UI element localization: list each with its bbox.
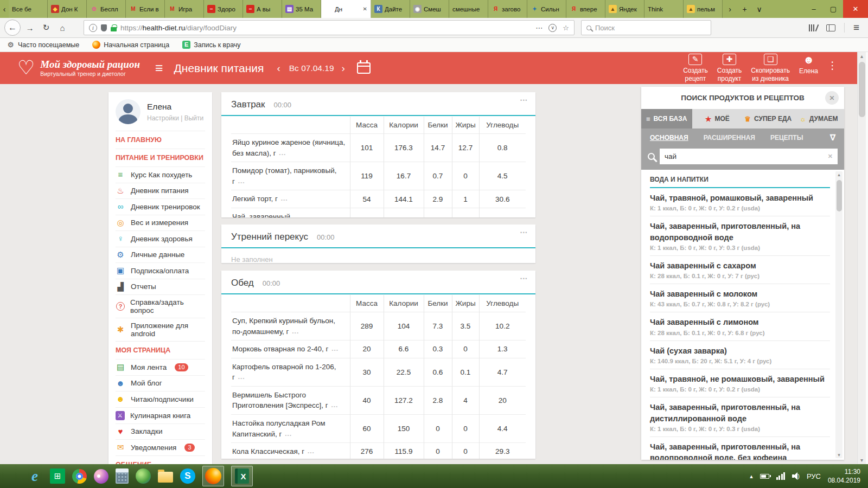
panel-search-input[interactable] xyxy=(665,152,828,160)
meal-time[interactable]: 00:00 xyxy=(274,101,292,109)
panel-subtab[interactable]: РАСШИРЕННАЯ xyxy=(704,134,755,142)
diary-date[interactable]: Вс 07.04.19 xyxy=(289,63,334,73)
tab-close-icon[interactable]: ✕ xyxy=(362,6,367,12)
browser-tab[interactable]: Все бе xyxy=(9,0,48,18)
food-name[interactable]: Кола Классическая, г••• xyxy=(231,443,350,459)
browser-tab[interactable]: –А вы xyxy=(243,0,282,18)
url-text[interactable]: https://health-diet.ru/diary/foodDiary xyxy=(120,24,532,32)
calendar-icon[interactable] xyxy=(357,62,371,74)
food-name[interactable]: Картофель отварной по 1-206, г••• xyxy=(231,358,350,386)
bookmark-item[interactable]: Начальная страница xyxy=(92,41,169,49)
meal-time[interactable]: 00:00 xyxy=(317,233,335,241)
taskbar-paint-icon[interactable] xyxy=(94,469,108,484)
panel-tab[interactable]: ≡ВСЯ БАЗА xyxy=(641,109,692,129)
meal-options-icon[interactable]: ••• xyxy=(520,230,528,235)
browser-tab[interactable]: ◆Дон К xyxy=(48,0,87,18)
food-options-icon[interactable]: ••• xyxy=(331,404,339,409)
browser-tab[interactable]: Язагово xyxy=(488,0,527,18)
site-info-icon[interactable]: i xyxy=(89,24,97,32)
food-options-icon[interactable]: ••• xyxy=(292,330,299,335)
settings-link[interactable]: Настройки xyxy=(147,114,179,122)
prev-day-icon[interactable]: ‹ xyxy=(277,62,280,74)
sidebar-item[interactable]: ✱Приложение для android xyxy=(116,318,205,341)
browser-tab[interactable]: ✿Беспл xyxy=(87,0,126,18)
sidebar-item[interactable]: ≡Курс Как похудеть xyxy=(116,166,205,183)
sidebar-item[interactable]: ♨Дневник питания xyxy=(116,183,205,199)
bookmark-star-icon[interactable]: ☆ xyxy=(563,24,569,32)
clock[interactable]: 11:30 08.04.2019 xyxy=(828,467,860,485)
food-name[interactable]: Настойка полусладкая Ром Капитанский, г•… xyxy=(231,414,350,442)
search-result-item[interactable]: Чай, заваренный, приготовленный, на водо… xyxy=(650,437,830,460)
browser-tab[interactable]: –Здоро xyxy=(204,0,243,18)
browser-tab[interactable]: ◉Смеш xyxy=(410,0,449,18)
panel-subtab[interactable]: ОСНОВНАЯ xyxy=(650,134,688,142)
minimize-button[interactable]: – xyxy=(804,0,824,18)
copy-button[interactable]: ❏Скопироватьиз дневника xyxy=(751,54,790,82)
panel-tab[interactable]: ★МОЁ xyxy=(692,109,743,129)
search-result-item[interactable]: Чай, травяной, не ромашковый, заваренный… xyxy=(650,369,830,397)
sidebar-item[interactable]: ∞Дневник тренировок xyxy=(116,198,205,215)
bookmark-item[interactable]: ЕЗапись к врачу xyxy=(182,41,240,49)
menu-burger-icon[interactable]: ≡ xyxy=(853,22,859,34)
sidebar-item[interactable]: ▣Подписка/оплата xyxy=(116,262,205,279)
meal-time[interactable]: 00:00 xyxy=(263,279,280,287)
food-options-icon[interactable]: ••• xyxy=(238,376,245,381)
search-result-item[interactable]: Чай заваренный с молокомК: 43 ккал, Б: 0… xyxy=(650,284,830,312)
battery-icon[interactable] xyxy=(760,474,769,479)
panel-subtab[interactable]: РЕЦЕПТЫ xyxy=(770,134,803,142)
header-kebab-icon[interactable]: ⋮ xyxy=(827,59,838,72)
panel-close-icon[interactable]: ✕ xyxy=(825,91,839,105)
panel-search-field[interactable]: ✕ xyxy=(660,149,838,164)
food-name[interactable]: Морковь отварная по 2-40, г••• xyxy=(231,341,350,358)
filter-icon[interactable]: ∇ xyxy=(830,133,835,143)
site-menu-burger-icon[interactable]: ≡ xyxy=(155,60,163,76)
scroll-up-icon[interactable]: ▴ xyxy=(835,172,843,177)
food-options-icon[interactable]: ••• xyxy=(285,433,292,438)
taskbar-open-app[interactable] xyxy=(202,466,224,486)
bookmark-item[interactable]: ⚙Часто посещаемые xyxy=(7,41,79,49)
results-scrollbar[interactable]: ▴ ▾ xyxy=(835,171,843,458)
sidebar-item[interactable]: ♀Дневник здоровья xyxy=(116,230,205,247)
recipe-button[interactable]: ✎Создатьрецепт xyxy=(683,54,708,82)
browser-search-input[interactable] xyxy=(595,24,706,32)
user-menu-button[interactable]: ☻Елена xyxy=(799,54,818,75)
clear-search-icon[interactable]: ✕ xyxy=(828,153,833,160)
scroll-down-icon[interactable]: ▾ xyxy=(835,452,843,458)
food-options-icon[interactable]: ••• xyxy=(238,180,245,185)
food-options-icon[interactable]: ••• xyxy=(281,197,288,202)
sidebar-item[interactable]: ◎Вес и измерения xyxy=(116,215,205,231)
food-options-icon[interactable]: ••• xyxy=(308,450,315,455)
taskbar-skype-icon[interactable]: S xyxy=(180,468,195,484)
food-name[interactable]: Помидор (томат), парниковый, г••• xyxy=(231,162,350,190)
sidebar-item[interactable]: ☻Мой блог xyxy=(116,375,205,391)
network-signal-icon[interactable] xyxy=(776,472,786,480)
browser-tab[interactable]: КДайте xyxy=(371,0,410,18)
taskbar-chrome-icon[interactable] xyxy=(72,469,87,484)
tab-list-dropdown-icon[interactable]: ∨ xyxy=(752,0,767,18)
tab-scroll-left-icon[interactable]: ‹ xyxy=(0,0,9,18)
logout-link[interactable]: Выйти xyxy=(184,114,204,122)
back-button[interactable]: ← xyxy=(4,20,21,36)
product-button[interactable]: ✚Создатьпродукт xyxy=(717,54,742,82)
page-scrollbar[interactable]: ▴ ▾ xyxy=(857,52,866,464)
browser-tab[interactable]: смешные xyxy=(449,0,488,18)
url-bar[interactable]: i https://health-diet.ru/diary/foodDiary… xyxy=(84,20,575,35)
food-options-icon[interactable]: ••• xyxy=(279,152,286,157)
library-icon[interactable] xyxy=(809,24,818,31)
browser-tab[interactable]: МИгра xyxy=(165,0,204,18)
site-logo[interactable]: ♡ Мой здоровый рацион Виртуальный тренер… xyxy=(17,59,140,77)
taskbar-open-app[interactable]: X xyxy=(231,466,253,486)
language-indicator[interactable]: РУС xyxy=(807,472,821,480)
browser-tab[interactable]: ▤35 Ма xyxy=(282,0,321,18)
search-result-item[interactable]: Чай заваренный с сахаромК: 28 ккал, Б: 0… xyxy=(650,256,830,284)
browser-tab[interactable]: Think xyxy=(644,0,684,18)
forward-button[interactable]: → xyxy=(23,21,37,35)
food-name[interactable]: Легкий торт, г••• xyxy=(231,190,350,208)
page-scroll-thumb[interactable] xyxy=(859,62,865,117)
browser-tab[interactable]: ▲пельм xyxy=(684,0,723,18)
browser-tab[interactable]: ▲Яндек xyxy=(605,0,644,18)
tab-scroll-right-icon[interactable]: › xyxy=(723,0,737,18)
https-lock-icon[interactable] xyxy=(111,27,117,31)
taskbar-calculator-icon[interactable] xyxy=(116,468,129,484)
sidebar-item[interactable]: ▤Моя лента10 xyxy=(116,359,205,375)
